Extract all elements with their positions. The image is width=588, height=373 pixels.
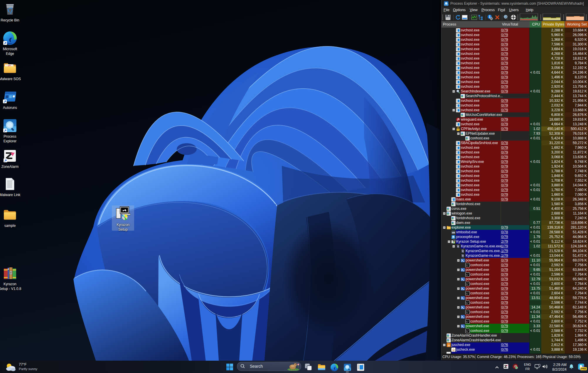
- svg-text:c:\: c:\: [466, 320, 469, 322]
- svg-text:c:\: c:\: [466, 310, 469, 313]
- svg-text:c:\: c:\: [466, 264, 469, 266]
- svg-text:c:\: c:\: [466, 329, 469, 331]
- svg-text:c:\: c:\: [466, 301, 469, 303]
- svg-text:c:\: c:\: [466, 292, 469, 294]
- svg-text:vm: vm: [452, 232, 455, 234]
- svg-text:c:\: c:\: [466, 273, 469, 275]
- svg-text:c:\: c:\: [466, 282, 469, 284]
